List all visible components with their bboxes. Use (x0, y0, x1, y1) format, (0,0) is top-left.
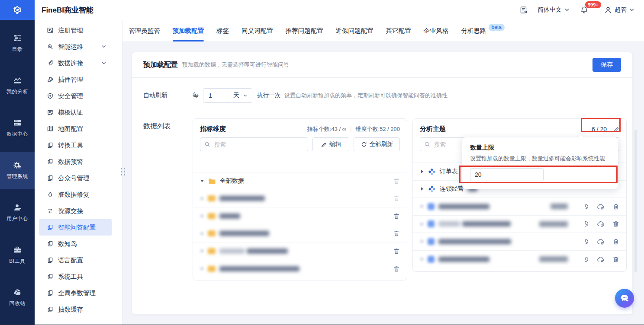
rail-item-bi-tools[interactable]: BI工具 (0, 234, 35, 276)
blurred-subject-icon (428, 256, 435, 263)
tab-preload-config[interactable]: 预加载配置 (173, 20, 204, 41)
sidebar-item-security-management[interactable]: 安全管理 (35, 88, 122, 104)
tree-row-blurred[interactable] (193, 242, 407, 260)
sidebar-item-system-tools[interactable]: 系统工具 (35, 268, 122, 285)
trash-icon[interactable] (612, 203, 619, 210)
clock-icon[interactable] (585, 203, 589, 210)
ops-clipboard-icon[interactable] (519, 6, 528, 14)
sidebar-drag-handle[interactable] (121, 168, 126, 176)
rail-item-my-analysis[interactable]: 我的分析 (0, 64, 35, 107)
sidebar-item-shuzhiniao[interactable]: 数知鸟 (35, 236, 122, 252)
trash-icon[interactable] (612, 238, 619, 245)
tree-row-blurred[interactable] (413, 216, 626, 233)
blurred-caret (420, 222, 424, 226)
cloud-sync-icon[interactable] (597, 220, 605, 228)
tree-row-blurred[interactable] (413, 251, 626, 268)
scrollbar-thumb[interactable] (634, 130, 637, 272)
refresh-all-button[interactable]: 全部刷新 (354, 137, 400, 151)
sidebar-item-resource-handover[interactable]: 资源交接 (35, 203, 122, 219)
sidebar-item-data-alert[interactable]: 数据预警 (35, 153, 122, 170)
sidebar-item-extract-cache[interactable]: 抽数缓存 (35, 301, 122, 318)
pencil-icon (321, 141, 327, 147)
sidebar-item-smart-qa-config[interactable]: 智能问答配置 (39, 219, 112, 236)
tab-analysis-ideas[interactable]: 分析思路 beta (461, 20, 505, 41)
tree-row-blurred[interactable] (193, 225, 407, 243)
caret-right-icon[interactable] (420, 169, 424, 174)
quota-limit-input[interactable] (470, 168, 544, 181)
catalog-icon (13, 33, 22, 43)
notification-count-badge: 999+ (585, 1, 601, 8)
trash-icon[interactable] (393, 265, 400, 272)
blurred-caret (200, 197, 204, 201)
metrics-panel-title: 指标维度 (200, 125, 226, 133)
trash-icon[interactable] (612, 220, 619, 227)
search-icon (424, 141, 430, 147)
sidebar-item-intelligent-ops[interactable]: 智能运维 (35, 38, 122, 55)
sidebar-item-template-certification[interactable]: 模板认证 (35, 104, 122, 121)
caret-right-icon[interactable] (420, 187, 424, 191)
rail-item-user-center[interactable]: 用户中心 (0, 191, 35, 234)
tree-row-blurred[interactable] (413, 198, 626, 216)
frequency-unit-select[interactable]: 天 (228, 89, 252, 102)
cloud-sync-icon[interactable] (597, 238, 605, 245)
tab-enterprise-style[interactable]: 企业风格 (424, 20, 449, 41)
trash-icon[interactable] (393, 248, 400, 255)
pages-icon (47, 175, 54, 182)
tab-admin-monitor[interactable]: 管理员监管 (129, 20, 160, 41)
trash-icon[interactable] (393, 178, 400, 185)
caret-down-icon[interactable] (200, 179, 204, 183)
tree-row-root[interactable]: 全部数据 (193, 172, 407, 190)
trash-icon[interactable] (612, 256, 619, 263)
sidebar-item-data-connection[interactable]: 数据连接 (35, 55, 122, 71)
blurred-label (219, 266, 299, 271)
clock-icon[interactable] (585, 220, 589, 227)
rail-item-catalog[interactable]: 目录 (0, 22, 35, 64)
sidebar-item-register-management[interactable]: 注册管理 (35, 22, 122, 38)
notifications-button[interactable]: 999+ (580, 6, 589, 14)
app-logo[interactable] (0, 0, 35, 20)
blurred-badge (539, 256, 568, 262)
tree-row-blurred[interactable] (193, 190, 407, 208)
tab-other-config[interactable]: 其它配置 (386, 20, 411, 41)
sidebar-item-plugin-management[interactable]: 插件管理 (35, 71, 122, 88)
clock-icon[interactable] (585, 256, 589, 263)
clock-icon[interactable] (585, 238, 589, 245)
username-label: 超管 (615, 6, 627, 14)
tab-similar-questions[interactable]: 近似问题配置 (336, 20, 374, 41)
sidebar-item-map-config[interactable]: 地图配置 (35, 121, 122, 137)
user-menu[interactable]: 超管 (604, 6, 634, 14)
trash-icon[interactable] (393, 213, 400, 220)
sidebar-item-language-config[interactable]: 语言配置 (35, 252, 122, 268)
tree-row-blurred[interactable] (193, 260, 407, 278)
trash-icon[interactable] (393, 230, 400, 237)
sidebar-item-global-params[interactable]: 全局参数管理 (35, 285, 122, 301)
cloud-sync-icon[interactable] (597, 255, 605, 263)
auto-refresh-hint: 设置自动刷新预加载的频率，定期刷新可以确保智能问答的准确性 (284, 92, 448, 99)
rail-item-recycle[interactable]: 回收站 (0, 276, 35, 319)
sidebar-item-conversion-tools[interactable]: 转换工具 (35, 137, 122, 153)
frequency-value-input[interactable] (203, 89, 228, 102)
page-subtitle: 预加载的数据，无需选择即可进行智能问答 (182, 61, 289, 69)
tree-row-blurred[interactable] (413, 233, 626, 251)
assistant-chat-button[interactable] (615, 289, 634, 308)
trash-icon[interactable] (393, 195, 400, 202)
page-title: 预加载配置 (143, 61, 178, 70)
save-button[interactable]: 保存 (592, 58, 621, 72)
rail-item-management[interactable]: 管理系统 (0, 152, 35, 189)
blurred-folder-icon (208, 248, 216, 254)
document-plus-icon (47, 27, 54, 34)
tab-synonym-config[interactable]: 同义词配置 (242, 20, 273, 41)
sidebar-item-dirty-data-repair[interactable]: 脏数据修复 (35, 186, 122, 203)
language-label: 简体中文 (538, 6, 562, 14)
tab-recommended-questions[interactable]: 推荐问题配置 (286, 20, 323, 41)
cloud-sync-icon[interactable] (597, 203, 605, 210)
metrics-search-input[interactable] (213, 141, 304, 148)
edit-button[interactable]: 编辑 (312, 137, 349, 151)
auto-refresh-label: 自动刷新 (143, 92, 193, 99)
tab-labels[interactable]: 标签 (216, 20, 229, 41)
language-selector[interactable]: 简体中文 (538, 6, 570, 14)
rail-item-data-center[interactable]: 数据中心 (0, 107, 35, 149)
quota-edit-pencil-icon[interactable] (613, 126, 619, 132)
tree-row-blurred[interactable] (193, 207, 407, 225)
sidebar-item-official-account[interactable]: 公众号管理 (35, 170, 122, 186)
